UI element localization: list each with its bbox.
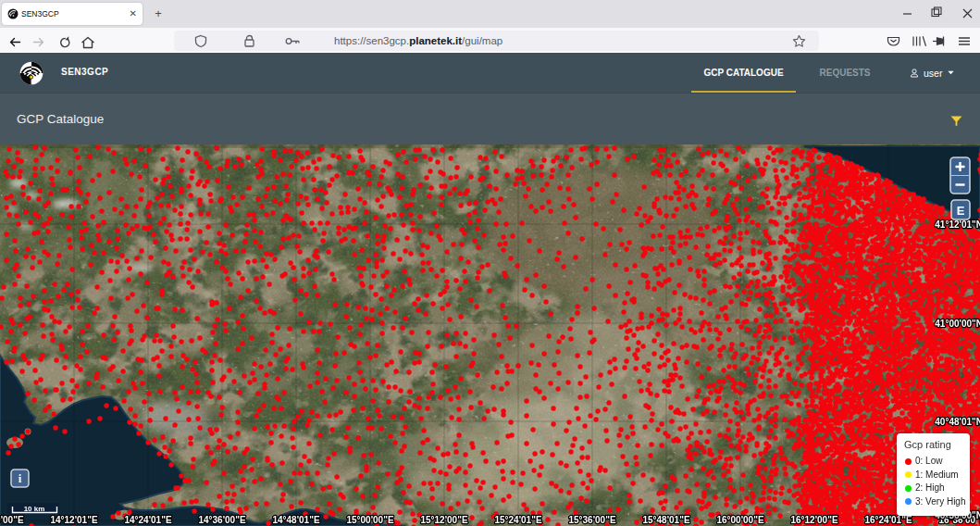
svg-text:16°12'00"E: 16°12'00"E — [790, 515, 837, 525]
svg-text:14°24'01"E: 14°24'01"E — [124, 515, 171, 525]
svg-text:14°12'01"E: 14°12'01"E — [50, 515, 97, 525]
svg-text:41°00'00"N: 41°00'00"N — [935, 319, 980, 329]
svg-text:15°24'01"E: 15°24'01"E — [494, 515, 541, 525]
svg-text:10 km: 10 km — [24, 505, 45, 513]
svg-text:15°12'00"E: 15°12'00"E — [420, 515, 467, 525]
svg-text:15°36'00"E: 15°36'00"E — [568, 515, 615, 525]
svg-text:15°48'01"E: 15°48'01"E — [642, 515, 689, 525]
svg-text:14°00'00"E: 14°00'00"E — [0, 515, 24, 525]
svg-text:41°12'01"N: 41°12'01"N — [935, 219, 980, 230]
svg-text:14°36'00"E: 14°36'00"E — [198, 515, 245, 525]
svg-text:16°24'01"E: 16°24'01"E — [864, 515, 912, 525]
svg-text:14°48'01"E: 14°48'01"E — [272, 515, 319, 525]
svg-text:40°48'01"N: 40°48'01"N — [935, 417, 980, 427]
svg-text:i: i — [19, 471, 22, 485]
svg-text:15°00'00"E: 15°00'00"E — [346, 515, 393, 525]
svg-text:16°00'00"E: 16°00'00"E — [716, 515, 763, 525]
svg-text:E: E — [957, 204, 965, 218]
